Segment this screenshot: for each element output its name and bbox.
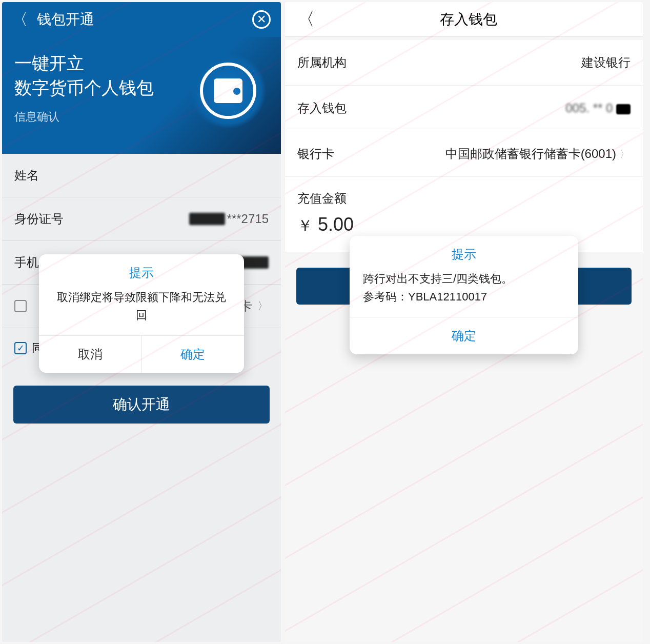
close-icon[interactable]: ✕ — [252, 10, 271, 29]
header: 〈 钱包开通 ✕ — [2, 2, 281, 37]
header: 〈 存入钱包 — [285, 2, 643, 37]
dialog-message: 跨行对出不支持三/四类钱包。 参考码：YBLA12110017 — [350, 270, 578, 317]
row-id[interactable]: 身份证号 ***2715 — [2, 197, 281, 241]
screen-deposit: 〈 存入钱包 所属机构 建设银行 存入钱包 005. ** 0 银行卡 中国邮政… — [285, 2, 643, 642]
dialog-tip-right: 提示 跨行对出不支持三/四类钱包。 参考码：YBLA12110017 确定 — [350, 236, 578, 354]
back-icon[interactable]: 〈 — [12, 9, 28, 30]
label-wallet: 存入钱包 — [297, 100, 347, 116]
wallet-icon — [190, 52, 267, 129]
label-card: 银行卡 — [297, 146, 334, 162]
banner-line1: 一键开立 — [14, 53, 84, 73]
row-name[interactable]: 姓名 — [2, 154, 281, 197]
value-org: 建设银行 — [581, 54, 631, 71]
page-title: 钱包开通 — [37, 10, 252, 29]
currency-symbol: ￥ — [297, 215, 313, 236]
value-bind-card: 卡〉 — [240, 298, 269, 314]
banner: 一键开立 数字货币个人钱包 信息确认 — [2, 37, 281, 154]
dialog-title: 提示 — [350, 236, 578, 270]
chevron-right-icon: 〉 — [257, 298, 269, 314]
dialog-cancel-button[interactable]: 取消 — [39, 336, 142, 373]
banner-line2: 数字货币个人钱包 — [14, 78, 154, 97]
dialog-title: 提示 — [39, 254, 244, 288]
row-org: 所属机构 建设银行 — [285, 40, 643, 86]
chevron-right-icon: 〉 — [619, 148, 631, 160]
label-name: 姓名 — [14, 167, 39, 184]
agree-checkbox[interactable]: ✓ — [14, 342, 27, 354]
label-phone: 手机 — [14, 254, 39, 271]
screen-wallet-open: 〈 钱包开通 ✕ 一键开立 数字货币个人钱包 信息确认 姓名 身份证号 ***2… — [2, 2, 281, 642]
confirm-open-button[interactable]: 确认开通 — [13, 386, 270, 424]
dialog-tip-left: 提示 取消绑定将导致限额下降和无法兑回 取消 确定 — [39, 254, 244, 373]
label-id: 身份证号 — [14, 211, 64, 227]
value-wallet: 005. ** 0 — [565, 101, 631, 115]
back-icon[interactable]: 〈 — [297, 8, 315, 31]
page-title: 存入钱包 — [324, 10, 613, 29]
info-group: 所属机构 建设银行 存入钱包 005. ** 0 银行卡 中国邮政储蓄银行储蓄卡… — [285, 40, 643, 177]
value-id: ***2715 — [189, 212, 269, 226]
value-card: 中国邮政储蓄银行储蓄卡(6001)〉 — [445, 146, 631, 162]
dialog-message: 取消绑定将导致限额下降和无法兑回 — [39, 288, 244, 335]
row-card[interactable]: 银行卡 中国邮政储蓄银行储蓄卡(6001)〉 — [285, 131, 643, 177]
dialog-ok-button[interactable]: 确定 — [142, 336, 245, 373]
dialog-ok-button[interactable]: 确定 — [350, 317, 578, 354]
reference-code: YBLA12110017 — [408, 290, 487, 303]
label-org: 所属机构 — [297, 54, 347, 71]
amount-number: 5.00 — [318, 214, 354, 235]
row-wallet[interactable]: 存入钱包 005. ** 0 — [285, 86, 643, 131]
label-amount: 充值金额 — [285, 177, 643, 211]
bind-checkbox[interactable]: ✓ — [14, 300, 27, 312]
